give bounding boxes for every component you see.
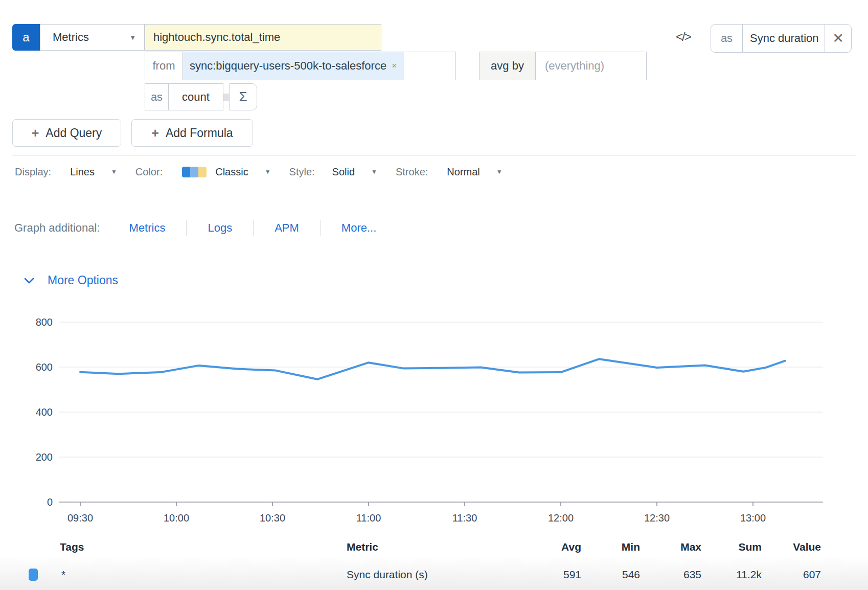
filter-tag-input[interactable]: sync:bigquery-users-500k-to-salesforce × [182, 52, 456, 80]
vertical-divider [320, 220, 321, 236]
color-value-dropdown[interactable]: Classic [215, 166, 248, 178]
legend-header-avg: Avg [525, 541, 581, 553]
code-editor-icon[interactable]: </> [676, 30, 691, 44]
y-axis-tick-label: 400 [36, 406, 53, 418]
legend-header-min: Min [584, 541, 640, 553]
legend-value-cell: 607 [765, 569, 821, 581]
x-axis-tick-label: 11:00 [356, 512, 381, 524]
more-options-label: More Options [48, 274, 118, 287]
chevron-down-icon[interactable]: ▼ [265, 168, 271, 175]
legend-header-metric: Metric [347, 541, 378, 553]
x-axis-tick-label: 10:00 [164, 512, 189, 524]
vertical-divider [253, 220, 254, 236]
graph-additional-apm-link[interactable]: APM [275, 221, 299, 235]
graph-additional-more-link[interactable]: More... [341, 221, 376, 235]
series-line[interactable] [80, 359, 785, 379]
display-value-dropdown[interactable]: Lines [70, 166, 95, 178]
timeseries-chart: 020040060080009:3010:0010:3011:0011:3012… [0, 286, 868, 539]
color-palette-swatch[interactable] [182, 167, 207, 177]
rollup-dropdown[interactable]: count [168, 83, 223, 110]
x-axis-tick-label: 09:30 [67, 512, 93, 524]
palette-color-3 [198, 167, 207, 177]
chevron-down-icon [24, 277, 35, 284]
legend-avg-cell: 591 [525, 569, 581, 581]
plus-icon: + [151, 126, 159, 141]
graph-additional-metrics-link[interactable]: Metrics [129, 221, 166, 235]
legend-metric-cell[interactable]: Sync duration (s) [347, 569, 428, 581]
x-axis-tick-label: 10:30 [260, 512, 285, 524]
legend-sum-cell: 11.2k [705, 569, 762, 581]
y-axis-tick-label: 200 [36, 451, 53, 463]
as-label: as [145, 83, 169, 110]
close-icon[interactable]: ✕ [825, 25, 851, 52]
legend-max-cell: 635 [645, 569, 701, 581]
add-formula-button[interactable]: + Add Formula [131, 119, 253, 147]
add-query-label: Add Query [45, 126, 102, 140]
style-value-dropdown[interactable]: Solid [332, 166, 355, 178]
add-query-button[interactable]: + Add Query [12, 119, 121, 147]
legend-tags-cell: * [61, 569, 65, 581]
alias-input[interactable] [743, 25, 825, 52]
more-options-toggle[interactable]: More Options [24, 274, 118, 287]
palette-color-1 [182, 167, 190, 177]
chevron-down-icon[interactable]: ▼ [111, 168, 117, 175]
series-color-swatch[interactable] [29, 569, 38, 581]
style-label: Style: [289, 166, 315, 178]
stroke-value-dropdown[interactable]: Normal [447, 166, 479, 178]
sigma-function-button[interactable]: Σ [229, 83, 257, 110]
filter-tag-text: sync:bigquery-users-500k-to-salesforce [190, 59, 386, 73]
alias-as-label: as [711, 25, 743, 52]
stroke-label: Stroke: [396, 166, 428, 178]
add-formula-label: Add Formula [166, 126, 233, 140]
remove-tag-icon[interactable]: × [392, 61, 397, 71]
data-source-label: Metrics [53, 31, 89, 44]
graph-additional-label: Graph additional: [14, 221, 100, 235]
x-axis-tick-label: 11:30 [452, 512, 477, 524]
legend-header-sum: Sum [705, 541, 762, 553]
color-label: Color: [135, 166, 163, 178]
x-axis-tick-label: 13:00 [740, 512, 766, 524]
y-axis-tick-label: 800 [36, 316, 53, 328]
from-label: from [145, 52, 183, 80]
legend-header-max: Max [645, 541, 701, 553]
aggregation-dropdown[interactable]: avg by [479, 52, 536, 80]
vertical-divider [186, 220, 187, 236]
x-axis-tick-label: 12:30 [644, 512, 670, 524]
y-axis-tick-label: 600 [36, 361, 53, 373]
data-source-dropdown[interactable]: Metrics ▼ [40, 24, 145, 51]
chevron-down-icon: ▼ [129, 34, 136, 41]
display-options-row: Display: Lines ▼ Color: Classic ▼ Style:… [15, 163, 502, 181]
group-by-input[interactable] [536, 59, 646, 73]
chevron-down-icon[interactable]: ▼ [371, 168, 377, 175]
filter-tag-chip: sync:bigquery-users-500k-to-salesforce × [183, 52, 404, 80]
alias-group: as ✕ [711, 24, 852, 53]
query-letter-badge: a [12, 24, 40, 51]
group-by-field [535, 52, 647, 80]
metric-name-input[interactable] [145, 24, 381, 51]
section-divider [12, 155, 856, 156]
legend-header-tags: Tags [60, 541, 84, 553]
plus-icon: + [32, 126, 39, 141]
chevron-down-icon[interactable]: ▼ [496, 168, 502, 175]
legend-header-value: Value [765, 541, 821, 553]
y-axis-tick-label: 0 [47, 496, 53, 508]
graph-additional-logs-link[interactable]: Logs [208, 221, 232, 235]
x-axis-tick-label: 12:00 [548, 512, 574, 524]
display-label: Display: [15, 166, 51, 178]
graph-additional-row: Graph additional: Metrics Logs APM More.… [14, 219, 376, 237]
legend-min-cell: 546 [584, 569, 640, 581]
palette-color-2 [190, 167, 198, 177]
